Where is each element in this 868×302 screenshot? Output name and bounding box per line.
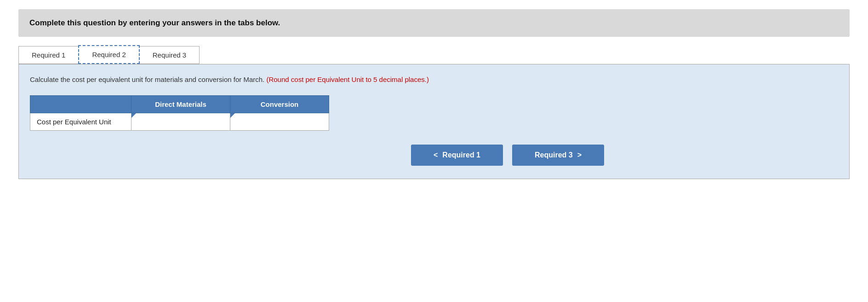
table-row: Cost per Equivalent Unit bbox=[30, 113, 329, 130]
instruction-bar: Complete this question by entering your … bbox=[18, 9, 850, 37]
content-area: Calculate the cost per equivalent unit f… bbox=[18, 64, 850, 179]
tab-required3[interactable]: Required 3 bbox=[139, 46, 200, 64]
conversion-input[interactable] bbox=[233, 116, 326, 128]
next-chevron: > bbox=[577, 151, 582, 159]
tab-required2[interactable]: Required 2 bbox=[78, 45, 139, 64]
question-highlight-text: (Round cost per Equivalent Unit to 5 dec… bbox=[266, 76, 429, 83]
direct-materials-input[interactable] bbox=[134, 116, 227, 128]
direct-materials-input-cell[interactable] bbox=[131, 113, 230, 130]
nav-buttons: < Required 1 Required 3 > bbox=[30, 145, 838, 166]
next-button[interactable]: Required 3 > bbox=[512, 145, 604, 166]
prev-button[interactable]: < Required 1 bbox=[411, 145, 503, 166]
table-header-empty bbox=[30, 95, 131, 113]
question-main-text: Calculate the cost per equivalent unit f… bbox=[30, 76, 264, 83]
table-header-conversion: Conversion bbox=[230, 95, 329, 113]
table-header-direct-materials: Direct Materials bbox=[131, 95, 230, 113]
table-header-row: Direct Materials Conversion bbox=[30, 95, 329, 113]
prev-label: Required 1 bbox=[442, 151, 480, 159]
question-text: Calculate the cost per equivalent unit f… bbox=[30, 75, 838, 85]
instruction-text: Complete this question by entering your … bbox=[29, 18, 280, 27]
conversion-input-cell[interactable] bbox=[230, 113, 329, 130]
data-table: Direct Materials Conversion Cost per Equ… bbox=[30, 95, 329, 131]
row-label: Cost per Equivalent Unit bbox=[30, 113, 131, 130]
tabs-row: Required 1 Required 2 Required 3 bbox=[18, 45, 850, 64]
next-label: Required 3 bbox=[535, 151, 573, 159]
page-wrapper: Complete this question by entering your … bbox=[0, 0, 868, 302]
prev-chevron: < bbox=[434, 151, 438, 159]
tab-required1[interactable]: Required 1 bbox=[18, 46, 79, 64]
